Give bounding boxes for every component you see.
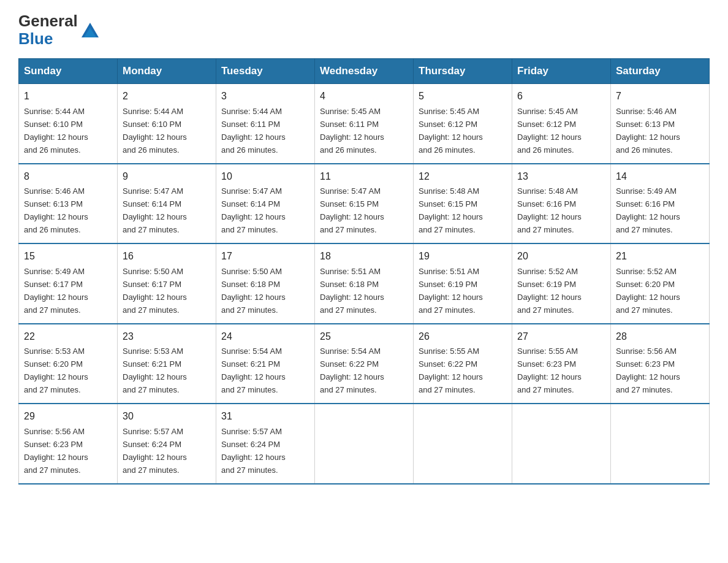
calendar-cell: 4Sunrise: 5:45 AMSunset: 6:11 PMDaylight… (315, 84, 414, 164)
day-info: Sunrise: 5:44 AMSunset: 6:10 PMDaylight:… (24, 107, 88, 155)
calendar-cell: 19Sunrise: 5:51 AMSunset: 6:19 PMDayligh… (414, 243, 512, 323)
calendar-week-row: 15Sunrise: 5:49 AMSunset: 6:17 PMDayligh… (19, 243, 710, 323)
page-header: GeneralBlue (18, 12, 710, 47)
weekday-header-friday: Friday (512, 59, 611, 84)
day-number: 19 (419, 249, 507, 264)
day-number: 23 (123, 329, 211, 345)
day-info: Sunrise: 5:54 AMSunset: 6:21 PMDaylight:… (221, 347, 286, 394)
day-info: Sunrise: 5:45 AMSunset: 6:12 PMDaylight:… (419, 107, 483, 155)
calendar-cell: 7Sunrise: 5:46 AMSunset: 6:13 PMDaylight… (611, 84, 710, 164)
day-info: Sunrise: 5:47 AMSunset: 6:14 PMDaylight:… (221, 186, 286, 234)
calendar-cell: 23Sunrise: 5:53 AMSunset: 6:21 PMDayligh… (118, 324, 216, 404)
day-number: 4 (320, 89, 408, 104)
day-info: Sunrise: 5:49 AMSunset: 6:17 PMDaylight:… (24, 267, 88, 315)
day-number: 26 (419, 329, 507, 345)
day-info: Sunrise: 5:56 AMSunset: 6:23 PMDaylight:… (616, 347, 680, 394)
day-number: 24 (221, 329, 309, 345)
calendar-cell: 29Sunrise: 5:56 AMSunset: 6:23 PMDayligh… (19, 404, 118, 483)
calendar-cell (414, 404, 512, 483)
day-number: 15 (24, 249, 112, 264)
day-number: 2 (123, 89, 211, 104)
calendar-cell: 2Sunrise: 5:44 AMSunset: 6:10 PMDaylight… (118, 84, 216, 164)
day-number: 16 (123, 249, 211, 264)
day-info: Sunrise: 5:55 AMSunset: 6:22 PMDaylight:… (419, 347, 483, 394)
day-number: 5 (419, 89, 507, 104)
day-info: Sunrise: 5:47 AMSunset: 6:15 PMDaylight:… (320, 186, 384, 234)
calendar-cell: 6Sunrise: 5:45 AMSunset: 6:12 PMDaylight… (512, 84, 611, 164)
day-info: Sunrise: 5:46 AMSunset: 6:13 PMDaylight:… (616, 107, 680, 155)
day-info: Sunrise: 5:45 AMSunset: 6:12 PMDaylight:… (517, 107, 582, 155)
day-number: 6 (517, 89, 605, 104)
day-info: Sunrise: 5:50 AMSunset: 6:17 PMDaylight:… (123, 267, 187, 315)
day-number: 22 (24, 329, 112, 345)
calendar-cell: 20Sunrise: 5:52 AMSunset: 6:19 PMDayligh… (512, 243, 611, 323)
day-info: Sunrise: 5:52 AMSunset: 6:20 PMDaylight:… (616, 267, 680, 315)
day-number: 31 (221, 409, 309, 424)
day-number: 12 (419, 169, 507, 185)
day-info: Sunrise: 5:50 AMSunset: 6:18 PMDaylight:… (221, 267, 286, 315)
calendar-week-row: 22Sunrise: 5:53 AMSunset: 6:20 PMDayligh… (19, 324, 710, 404)
weekday-header-tuesday: Tuesday (216, 59, 315, 84)
calendar-cell: 31Sunrise: 5:57 AMSunset: 6:24 PMDayligh… (216, 404, 315, 483)
day-info: Sunrise: 5:44 AMSunset: 6:10 PMDaylight:… (123, 107, 187, 155)
calendar-cell: 9Sunrise: 5:47 AMSunset: 6:14 PMDaylight… (118, 164, 216, 243)
calendar-cell: 11Sunrise: 5:47 AMSunset: 6:15 PMDayligh… (315, 164, 414, 243)
day-info: Sunrise: 5:47 AMSunset: 6:14 PMDaylight:… (123, 186, 187, 234)
day-info: Sunrise: 5:52 AMSunset: 6:19 PMDaylight:… (517, 267, 582, 315)
day-number: 1 (24, 89, 112, 104)
calendar-week-row: 29Sunrise: 5:56 AMSunset: 6:23 PMDayligh… (19, 404, 710, 483)
day-info: Sunrise: 5:49 AMSunset: 6:16 PMDaylight:… (616, 186, 680, 234)
day-info: Sunrise: 5:56 AMSunset: 6:23 PMDaylight:… (24, 427, 88, 475)
day-number: 30 (123, 409, 211, 424)
day-number: 3 (221, 89, 309, 104)
calendar-cell: 27Sunrise: 5:55 AMSunset: 6:23 PMDayligh… (512, 324, 611, 404)
logo-blue-text: Blue (18, 29, 53, 48)
calendar-cell: 13Sunrise: 5:48 AMSunset: 6:16 PMDayligh… (512, 164, 611, 243)
calendar-cell: 26Sunrise: 5:55 AMSunset: 6:22 PMDayligh… (414, 324, 512, 404)
day-number: 7 (616, 89, 704, 104)
weekday-header-sunday: Sunday (19, 59, 118, 84)
calendar-cell: 10Sunrise: 5:47 AMSunset: 6:14 PMDayligh… (216, 164, 315, 243)
calendar-cell: 25Sunrise: 5:54 AMSunset: 6:22 PMDayligh… (315, 324, 414, 404)
day-info: Sunrise: 5:51 AMSunset: 6:18 PMDaylight:… (320, 267, 384, 315)
day-info: Sunrise: 5:51 AMSunset: 6:19 PMDaylight:… (419, 267, 483, 315)
day-number: 21 (616, 249, 704, 264)
calendar-cell: 12Sunrise: 5:48 AMSunset: 6:15 PMDayligh… (414, 164, 512, 243)
calendar-cell (512, 404, 611, 483)
day-number: 18 (320, 249, 408, 264)
calendar-cell: 14Sunrise: 5:49 AMSunset: 6:16 PMDayligh… (611, 164, 710, 243)
calendar-header-row: SundayMondayTuesdayWednesdayThursdayFrid… (19, 59, 710, 84)
calendar-cell: 28Sunrise: 5:56 AMSunset: 6:23 PMDayligh… (611, 324, 710, 404)
calendar-cell: 22Sunrise: 5:53 AMSunset: 6:20 PMDayligh… (19, 324, 118, 404)
weekday-header-monday: Monday (118, 59, 216, 84)
day-number: 29 (24, 409, 112, 424)
day-info: Sunrise: 5:53 AMSunset: 6:20 PMDaylight:… (24, 347, 88, 394)
calendar-cell: 5Sunrise: 5:45 AMSunset: 6:12 PMDaylight… (414, 84, 512, 164)
logo: GeneralBlue (18, 12, 101, 47)
day-info: Sunrise: 5:55 AMSunset: 6:23 PMDaylight:… (517, 347, 582, 394)
day-number: 11 (320, 169, 408, 185)
calendar-cell: 16Sunrise: 5:50 AMSunset: 6:17 PMDayligh… (118, 243, 216, 323)
calendar-cell: 17Sunrise: 5:50 AMSunset: 6:18 PMDayligh… (216, 243, 315, 323)
weekday-header-thursday: Thursday (414, 59, 512, 84)
calendar-cell: 24Sunrise: 5:54 AMSunset: 6:21 PMDayligh… (216, 324, 315, 404)
day-number: 14 (616, 169, 704, 185)
calendar-week-row: 1Sunrise: 5:44 AMSunset: 6:10 PMDaylight… (19, 84, 710, 164)
day-number: 20 (517, 249, 605, 264)
calendar-cell: 3Sunrise: 5:44 AMSunset: 6:11 PMDaylight… (216, 84, 315, 164)
calendar-cell: 8Sunrise: 5:46 AMSunset: 6:13 PMDaylight… (19, 164, 118, 243)
day-info: Sunrise: 5:45 AMSunset: 6:11 PMDaylight:… (320, 107, 384, 155)
day-number: 13 (517, 169, 605, 185)
day-info: Sunrise: 5:57 AMSunset: 6:24 PMDaylight:… (221, 427, 286, 475)
day-number: 8 (24, 169, 112, 185)
day-info: Sunrise: 5:48 AMSunset: 6:16 PMDaylight:… (517, 186, 582, 234)
calendar-cell: 30Sunrise: 5:57 AMSunset: 6:24 PMDayligh… (118, 404, 216, 483)
day-info: Sunrise: 5:57 AMSunset: 6:24 PMDaylight:… (123, 427, 187, 475)
calendar-cell: 15Sunrise: 5:49 AMSunset: 6:17 PMDayligh… (19, 243, 118, 323)
calendar-cell: 1Sunrise: 5:44 AMSunset: 6:10 PMDaylight… (19, 84, 118, 164)
day-number: 10 (221, 169, 309, 185)
weekday-header-saturday: Saturday (611, 59, 710, 84)
calendar-cell (315, 404, 414, 483)
day-info: Sunrise: 5:44 AMSunset: 6:11 PMDaylight:… (221, 107, 286, 155)
day-info: Sunrise: 5:54 AMSunset: 6:22 PMDaylight:… (320, 347, 384, 394)
